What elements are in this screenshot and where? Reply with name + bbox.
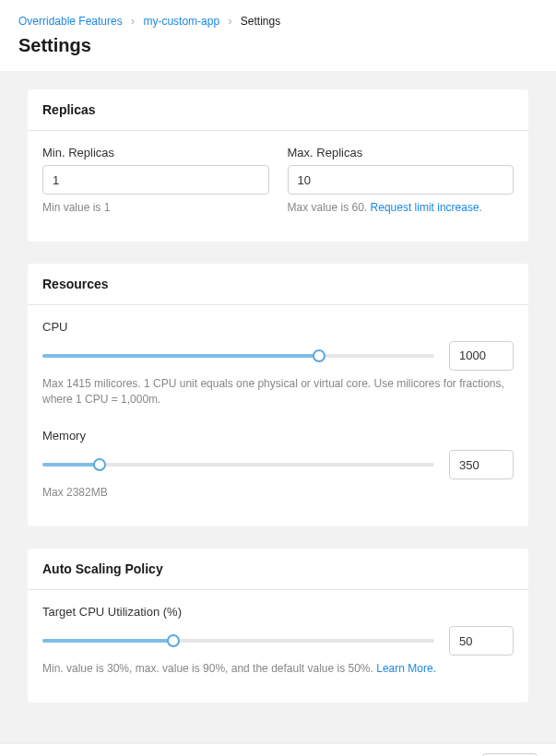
- max-replicas-input[interactable]: [288, 165, 515, 195]
- min-replicas-helper: Min value is 1: [42, 200, 269, 216]
- memory-slider-fill: [42, 463, 100, 467]
- cpu-value-input[interactable]: [449, 341, 514, 371]
- target-cpu-helper: Min. value is 30%, max. value is 90%, an…: [42, 661, 514, 677]
- breadcrumb-current: Settings: [241, 15, 280, 28]
- chevron-right-icon: ›: [228, 15, 231, 28]
- target-cpu-slider[interactable]: [42, 633, 434, 648]
- breadcrumb-item[interactable]: Overridable Features: [18, 15, 123, 28]
- memory-slider[interactable]: [42, 457, 434, 472]
- memory-slider-thumb[interactable]: [93, 458, 106, 471]
- cpu-slider[interactable]: [42, 348, 434, 363]
- target-cpu-slider-thumb[interactable]: [167, 634, 180, 647]
- memory-value-input[interactable]: [449, 450, 514, 479]
- learn-more-link[interactable]: Learn More.: [376, 662, 436, 675]
- memory-helper: Max 2382MB: [42, 485, 514, 501]
- card-title: Replicas: [28, 89, 528, 131]
- footer: Cancel Save: [0, 743, 556, 756]
- card-title: Resources: [28, 264, 528, 305]
- cpu-label: CPU: [42, 320, 514, 334]
- min-replicas-input[interactable]: [42, 165, 269, 195]
- cpu-helper: Max 1415 milicores. 1 CPU unit equals on…: [42, 376, 514, 408]
- breadcrumb-item[interactable]: my-custom-app: [143, 15, 219, 28]
- cpu-slider-thumb[interactable]: [313, 349, 325, 362]
- target-cpu-label: Target CPU Utilization (%): [42, 605, 514, 619]
- target-cpu-value-input[interactable]: [449, 626, 514, 656]
- max-replicas-label: Max. Replicas: [288, 146, 515, 159]
- request-limit-link[interactable]: Request limit increase: [371, 201, 479, 214]
- resources-card: Resources CPU Max 1415 milicores. 1 CPU …: [28, 264, 528, 526]
- page-title: Settings: [18, 35, 538, 56]
- chevron-right-icon: ›: [131, 15, 135, 28]
- autoscaling-card: Auto Scaling Policy Target CPU Utilizati…: [28, 549, 528, 703]
- replicas-card: Replicas Min. Replicas Min value is 1 Ma…: [28, 89, 528, 242]
- card-title: Auto Scaling Policy: [28, 549, 528, 590]
- breadcrumb: Overridable Features › my-custom-app › S…: [18, 15, 538, 28]
- min-replicas-label: Min. Replicas: [42, 146, 269, 159]
- max-replicas-helper: Max value is 60. Request limit increase.: [288, 200, 515, 216]
- cpu-slider-fill: [42, 354, 319, 358]
- target-cpu-slider-fill: [42, 639, 173, 643]
- memory-label: Memory: [42, 429, 514, 443]
